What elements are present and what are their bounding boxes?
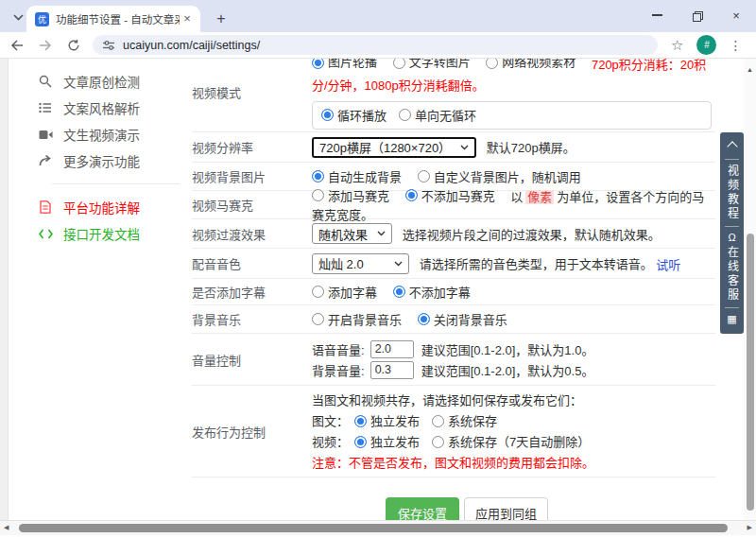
browser-tab-active[interactable]: 优 功能细节设置 - 自动文章采集器 ×	[26, 6, 200, 32]
forward-button[interactable]	[34, 34, 57, 57]
scrollbar-left-arrow[interactable]: ◀	[4, 524, 9, 531]
forward-arrow-icon	[39, 40, 52, 51]
field-label: 音量控制	[192, 351, 312, 369]
radio-video-system-save[interactable]: 系统保存（7天自动删除）	[432, 432, 590, 452]
video-tutorial-tab[interactable]: 视频教程	[726, 165, 739, 221]
radio-loop-play[interactable]: 循环播放	[321, 106, 387, 124]
horizontal-scrollbar-thumb[interactable]	[19, 524, 728, 532]
pixel-highlight: 像素	[525, 190, 554, 204]
radio-bgm-off[interactable]: 关闭背景音乐	[418, 310, 507, 328]
radio-one-way-no-loop[interactable]: 单向无循环	[399, 106, 476, 124]
radio-label: 独立发布	[370, 432, 420, 452]
radio-label: 循环播放	[337, 106, 387, 124]
radio-icon	[432, 415, 444, 427]
browser-menu-icon[interactable]: ⋮	[729, 38, 742, 53]
radio-tuwen-system-save[interactable]: 系统保存	[432, 411, 497, 431]
radio-icon	[312, 286, 324, 298]
share-arrow-icon	[38, 153, 53, 168]
back-arrow-icon	[10, 40, 24, 51]
page-left-margin	[0, 59, 9, 520]
radio-label: 单向无循环	[415, 106, 476, 124]
sidebar-item-more-demos[interactable]: 更多演示功能	[9, 148, 189, 174]
reload-button[interactable]	[62, 34, 85, 57]
transition-select[interactable]: 随机效果	[312, 223, 392, 244]
radio-label: 独立发布	[370, 411, 420, 431]
scroll-top-icon[interactable]	[727, 141, 737, 151]
profile-avatar[interactable]: #	[696, 35, 716, 55]
radio-no-subtitle[interactable]: 不添加字幕	[393, 283, 471, 301]
form-row-subtitle: 是否添加字幕 添加字幕 不添加字幕	[192, 279, 715, 305]
tab-title: 功能细节设置 - 自动文章采集器	[56, 11, 180, 26]
radio-image-carousel[interactable]: 图片轮播	[312, 59, 377, 73]
settings-form: 视频模式 图片轮播 文字转图片 网络视频素材 720p积分消耗：20积分/分钟，…	[192, 59, 715, 520]
field-label: 背景音乐	[192, 310, 312, 328]
bg-volume-input[interactable]	[370, 361, 414, 379]
sidebar-item-platform-features[interactable]: 平台功能详解	[9, 194, 189, 220]
radio-label: 网络视频素材	[502, 59, 576, 73]
radio-label: 不添加马赛克	[421, 186, 495, 204]
radio-video-independent-publish[interactable]: 独立发布	[354, 432, 420, 452]
url-bar[interactable]: ucaiyun.com/caiji/settings/	[93, 35, 658, 55]
online-service-tab[interactable]: 在线客服	[726, 246, 739, 303]
vertical-scrollbar-thumb[interactable]	[747, 234, 754, 511]
radio-text-to-image[interactable]: 文字转图片	[393, 59, 471, 73]
video-label: 视频：	[312, 432, 349, 452]
form-row-publish-behavior: 发布行为控制 当图文和视频共存，请选择如何保存或发布它们： 图文： 独立发布 系…	[192, 386, 715, 477]
voice-volume-input[interactable]	[370, 340, 414, 358]
radio-icon	[312, 59, 324, 69]
radio-label: 关闭背景音乐	[434, 310, 507, 328]
radio-tuwen-independent-publish[interactable]: 独立发布	[354, 411, 420, 431]
radio-label: 添加马赛克	[328, 186, 389, 204]
radio-icon	[321, 109, 334, 121]
tuwen-label: 图文：	[312, 411, 349, 431]
apply-to-group-button[interactable]: 应用到同组	[464, 497, 548, 520]
radio-auto-background[interactable]: 自动生成背景	[312, 167, 402, 185]
qr-code-icon[interactable]: ▦	[727, 313, 736, 325]
radio-web-video-material[interactable]: 网络视频素材	[486, 59, 576, 73]
form-row-voice: 配音音色 灿灿 2.0 请选择所需的音色类型，用于文本转语音。 试听	[192, 249, 715, 279]
radio-icon	[393, 286, 405, 298]
back-button[interactable]	[6, 34, 28, 57]
form-row-volume: 音量控制 语音音量: 建议范围[0.1-2.0]，默认为1.0。 背景音量: 建…	[192, 334, 715, 386]
restore-button[interactable]	[677, 0, 716, 30]
bookmark-star-icon[interactable]: ☆	[671, 37, 683, 54]
form-row-transition: 视频过渡效果 随机效果 选择视频片段之间的过渡效果，默认随机效果。	[192, 219, 715, 249]
list-icon	[38, 100, 53, 115]
horizontal-scrollbar[interactable]: ◀ ▶	[0, 520, 756, 535]
sidebar-item-originality-check[interactable]: 文章原创检测	[9, 68, 189, 95]
minimize-icon	[652, 14, 662, 15]
window-controls: ×	[637, 0, 756, 30]
select-value: 720p横屏（1280×720）	[319, 138, 451, 156]
headset-icon[interactable]: Ω	[728, 232, 735, 244]
publish-intro: 当图文和视频共存，请选择如何保存或发布它们：	[312, 390, 715, 410]
sidebar-item-text-to-video-demo[interactable]: 文生视频演示	[9, 121, 189, 148]
radio-no-mosaic[interactable]: 不添加马赛克	[405, 186, 495, 204]
radio-add-subtitle[interactable]: 添加字幕	[312, 283, 377, 301]
site-favicon: 优	[35, 12, 49, 26]
form-row-bgm: 背景音乐 开启背景音乐 关闭背景音乐	[192, 305, 715, 334]
radio-label: 添加字幕	[328, 283, 377, 301]
radio-add-mosaic[interactable]: 添加马赛克	[312, 186, 389, 204]
radio-custom-background[interactable]: 自定义背景图片，随机调用	[418, 167, 581, 185]
radio-icon	[354, 415, 367, 427]
resolution-select[interactable]: 720p横屏（1280×720）	[312, 137, 476, 158]
scrollbar-right-arrow[interactable]: ▶	[747, 524, 752, 531]
tab-search-button[interactable]	[8, 9, 28, 26]
restore-icon	[693, 11, 701, 20]
sidebar-divider	[52, 183, 180, 184]
radio-bgm-on[interactable]: 开启背景音乐	[312, 310, 402, 328]
browser-window: 优 功能细节设置 - 自动文章采集器 × + × ucaiyun.com/cai…	[0, 0, 756, 538]
voice-select[interactable]: 灿灿 2.0	[312, 253, 409, 274]
browser-toolbar: ucaiyun.com/caiji/settings/ ☆ # ⋮	[0, 32, 756, 59]
tab-close-icon[interactable]: ×	[180, 11, 195, 26]
save-settings-button[interactable]: 保存设置	[386, 497, 459, 520]
vertical-scrollbar[interactable]: ▲	[744, 59, 756, 520]
close-button[interactable]: ×	[716, 0, 756, 30]
sidebar-item-style-analysis[interactable]: 文案风格解析	[9, 95, 189, 121]
minimize-button[interactable]	[637, 0, 677, 30]
audition-link[interactable]: 试听	[656, 257, 680, 271]
scrollbar-up-arrow[interactable]: ▲	[744, 66, 756, 73]
toolbar-divider	[725, 226, 739, 227]
new-tab-button[interactable]: +	[210, 9, 232, 29]
sidebar-item-api-docs[interactable]: 接口开发文档	[9, 220, 189, 247]
